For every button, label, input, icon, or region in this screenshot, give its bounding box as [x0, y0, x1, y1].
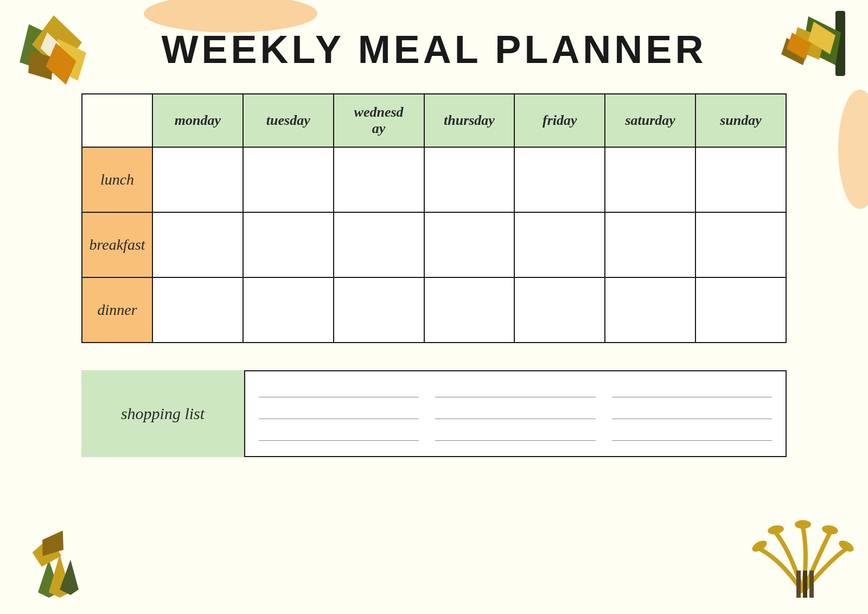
- main-content: monday tuesday wednesday thursday friday…: [0, 93, 868, 457]
- breakfast-wednesday[interactable]: [334, 212, 424, 277]
- shopping-line-1-2[interactable]: [435, 387, 595, 397]
- dinner-tuesday[interactable]: [243, 277, 334, 343]
- bottom-right-decoration: [749, 495, 857, 603]
- lunch-tuesday[interactable]: [243, 147, 334, 212]
- breakfast-saturday[interactable]: [605, 212, 695, 277]
- shopping-section: shopping list: [81, 370, 787, 457]
- shopping-line-3-1[interactable]: [259, 430, 419, 441]
- dinner-saturday[interactable]: [605, 277, 695, 343]
- lunch-wednesday[interactable]: [334, 147, 424, 212]
- lunch-thursday[interactable]: [424, 147, 515, 212]
- day-header-saturday: saturday: [605, 94, 695, 147]
- shopping-line-3-3[interactable]: [612, 430, 772, 441]
- svg-rect-24: [796, 571, 801, 598]
- breakfast-thursday[interactable]: [424, 212, 515, 277]
- shopping-line-row-2: [259, 408, 772, 419]
- top-orange-blob: [136, 0, 326, 38]
- shopping-line-row-3: [259, 430, 772, 441]
- dinner-friday[interactable]: [514, 277, 605, 343]
- breakfast-tuesday[interactable]: [243, 212, 334, 277]
- breakfast-row: breakfast: [82, 212, 786, 277]
- shopping-line-1-1[interactable]: [259, 387, 419, 397]
- header-row: monday tuesday wednesday thursday friday…: [82, 94, 786, 147]
- page: WEEKLY MEAL PLANNER monday tuesday wedne…: [0, 0, 868, 614]
- shopping-line-2-1[interactable]: [259, 408, 419, 419]
- lunch-row: lunch: [82, 147, 786, 212]
- svg-marker-18: [39, 530, 67, 556]
- breakfast-friday[interactable]: [514, 212, 605, 277]
- bottom-left-decoration: [16, 505, 108, 598]
- svg-rect-25: [803, 571, 807, 598]
- lunch-friday[interactable]: [514, 147, 605, 212]
- dinner-monday[interactable]: [152, 277, 243, 343]
- shopping-list-label: shopping list: [81, 370, 244, 457]
- dinner-thursday[interactable]: [424, 277, 515, 343]
- dinner-wednesday[interactable]: [334, 277, 424, 343]
- day-header-friday: friday: [514, 94, 605, 147]
- shopping-line-1-3[interactable]: [612, 387, 772, 397]
- lunch-sunday[interactable]: [695, 147, 786, 212]
- shopping-line-2-2[interactable]: [435, 408, 595, 419]
- svg-rect-26: [809, 571, 814, 598]
- lunch-label: lunch: [82, 147, 152, 212]
- lunch-saturday[interactable]: [605, 147, 695, 212]
- shopping-line-2-3[interactable]: [612, 408, 772, 419]
- breakfast-sunday[interactable]: [695, 212, 786, 277]
- breakfast-monday[interactable]: [152, 212, 243, 277]
- shopping-lines-box: [244, 370, 787, 457]
- svg-point-0: [144, 0, 317, 33]
- page-title: WEEKLY MEAL PLANNER: [0, 0, 868, 93]
- svg-point-20: [767, 524, 784, 536]
- svg-point-21: [795, 520, 811, 529]
- day-header-wednesday: wednesday: [334, 94, 424, 147]
- shopping-line-row-1: [259, 387, 772, 397]
- svg-point-22: [821, 524, 839, 536]
- planner-table: monday tuesday wednesday thursday friday…: [81, 93, 787, 343]
- top-right-decoration: [754, 5, 863, 114]
- day-header-monday: monday: [152, 94, 243, 147]
- lunch-monday[interactable]: [152, 147, 243, 212]
- breakfast-label: breakfast: [82, 212, 152, 277]
- day-header-thursday: thursday: [424, 94, 515, 147]
- dinner-row: dinner: [82, 277, 786, 343]
- dinner-sunday[interactable]: [695, 277, 786, 343]
- day-header-tuesday: tuesday: [243, 94, 334, 147]
- top-left-leaf-decoration: [5, 5, 114, 114]
- shopping-line-3-2[interactable]: [435, 430, 595, 441]
- dinner-label: dinner: [82, 277, 152, 343]
